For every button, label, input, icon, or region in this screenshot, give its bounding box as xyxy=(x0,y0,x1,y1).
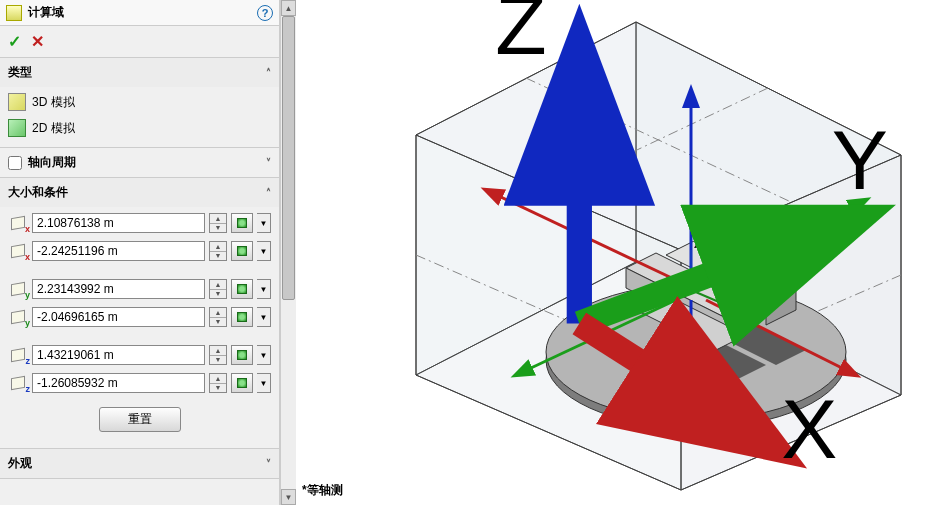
dim-x-max-input[interactable] xyxy=(32,213,205,233)
dim-x-icon: x xyxy=(8,214,28,232)
axial-period-checkbox[interactable] xyxy=(8,156,22,170)
cancel-button[interactable]: ✕ xyxy=(31,32,44,51)
boundary-z-max-dropdown[interactable]: ▼ xyxy=(257,345,271,365)
dim-y-min-input[interactable] xyxy=(32,307,205,327)
boundary-x-min-dropdown[interactable]: ▼ xyxy=(257,241,271,261)
dim-x-min-input[interactable] xyxy=(32,241,205,261)
confirm-row: ✓ ✕ xyxy=(0,26,279,57)
triad-z-label: Z xyxy=(495,0,546,72)
svg-line-33 xyxy=(579,223,848,324)
reset-button[interactable]: 重置 xyxy=(99,407,181,432)
svg-line-34 xyxy=(579,324,764,442)
section-type-label: 类型 xyxy=(8,64,266,81)
dim-z-icon: z xyxy=(8,374,28,392)
boundary-z-max-button[interactable] xyxy=(231,345,253,365)
panel-header: 计算域 ? xyxy=(0,0,279,26)
axial-period-label: 轴向周期 xyxy=(28,154,76,171)
boundary-z-min-button[interactable] xyxy=(231,373,253,393)
help-icon[interactable]: ? xyxy=(257,5,273,21)
section-size-header[interactable]: 大小和条件 ˄ xyxy=(0,178,279,207)
spinner[interactable]: ▲▼ xyxy=(209,373,227,393)
boundary-x-max-dropdown[interactable]: ▼ xyxy=(257,213,271,233)
panel-title: 计算域 xyxy=(28,4,257,21)
boundary-x-min-button[interactable] xyxy=(231,241,253,261)
scroll-thumb[interactable] xyxy=(282,16,295,300)
panel-scrollbar[interactable]: ▲ ▼ xyxy=(280,0,296,505)
size-body: x ▲▼ ▼ x ▲▼ ▼ y ▲▼ ▼ xyxy=(0,207,279,448)
dim-x-icon: x xyxy=(8,242,28,260)
plane-2d-icon xyxy=(8,119,26,137)
chevron-down-icon[interactable]: ˅ xyxy=(266,157,271,168)
dim-y-icon: y xyxy=(8,308,28,326)
dim-y-icon: y xyxy=(8,280,28,298)
dim-y-max-input[interactable] xyxy=(32,279,205,299)
accept-button[interactable]: ✓ xyxy=(8,32,21,51)
section-size: 大小和条件 ˄ x ▲▼ ▼ x ▲▼ ▼ y xyxy=(0,177,279,448)
section-size-label: 大小和条件 xyxy=(8,184,266,201)
sim-2d-option[interactable]: 2D 模拟 xyxy=(8,117,271,139)
boundary-y-max-dropdown[interactable]: ▼ xyxy=(257,279,271,299)
section-type: 类型 ˄ 3D 模拟 2D 模拟 xyxy=(0,57,279,147)
orientation-triad[interactable]: Z Y X xyxy=(336,0,951,475)
axial-period-row: 轴向周期 ˅ xyxy=(0,147,279,177)
dim-row-y-max: y ▲▼ ▼ xyxy=(8,277,271,301)
scroll-up-button[interactable]: ▲ xyxy=(281,0,296,16)
boundary-z-min-dropdown[interactable]: ▼ xyxy=(257,373,271,393)
property-panel: 计算域 ? ✓ ✕ 类型 ˄ 3D 模拟 2D 模拟 轴向周期 ˅ 大小和条 xyxy=(0,0,280,505)
viewport-3d[interactable]: Z Z Y X *等轴测 xyxy=(296,0,951,505)
sim-3d-option[interactable]: 3D 模拟 xyxy=(8,91,271,113)
sim-3d-label: 3D 模拟 xyxy=(32,94,75,111)
spinner[interactable]: ▲▼ xyxy=(209,345,227,365)
chevron-up-icon: ˄ xyxy=(266,187,271,198)
section-appearance: 外观 ˅ xyxy=(0,448,279,478)
dim-z-icon: z xyxy=(8,346,28,364)
scroll-down-button[interactable]: ▼ xyxy=(281,489,296,505)
dim-row-z-max: z ▲▼ ▼ xyxy=(8,343,271,367)
dim-row-x-min: x ▲▼ ▼ xyxy=(8,239,271,263)
scroll-track[interactable] xyxy=(281,16,296,489)
spinner[interactable]: ▲▼ xyxy=(209,307,227,327)
spinner[interactable]: ▲▼ xyxy=(209,241,227,261)
spinner[interactable]: ▲▼ xyxy=(209,279,227,299)
cube-3d-icon xyxy=(8,93,26,111)
dim-row-z-min: z ▲▼ ▼ xyxy=(8,371,271,395)
spinner[interactable]: ▲▼ xyxy=(209,213,227,233)
sim-2d-label: 2D 模拟 xyxy=(32,120,75,137)
section-type-header[interactable]: 类型 ˄ xyxy=(0,58,279,87)
triad-x-label: X xyxy=(781,382,837,475)
dim-z-min-input[interactable] xyxy=(32,373,205,393)
boundary-y-max-button[interactable] xyxy=(231,279,253,299)
dim-row-x-max: x ▲▼ ▼ xyxy=(8,211,271,235)
section-appearance-header[interactable]: 外观 ˅ xyxy=(0,449,279,478)
boundary-y-min-button[interactable] xyxy=(231,307,253,327)
chevron-up-icon: ˄ xyxy=(266,67,271,78)
chevron-down-icon: ˅ xyxy=(266,458,271,469)
boundary-x-max-button[interactable] xyxy=(231,213,253,233)
triad-y-label: Y xyxy=(832,113,888,207)
boundary-y-min-dropdown[interactable]: ▼ xyxy=(257,307,271,327)
section-appearance-label: 外观 xyxy=(8,455,266,472)
domain-icon xyxy=(6,5,22,21)
view-orientation-label: *等轴测 xyxy=(302,482,343,499)
dim-z-max-input[interactable] xyxy=(32,345,205,365)
dim-row-y-min: y ▲▼ ▼ xyxy=(8,305,271,329)
